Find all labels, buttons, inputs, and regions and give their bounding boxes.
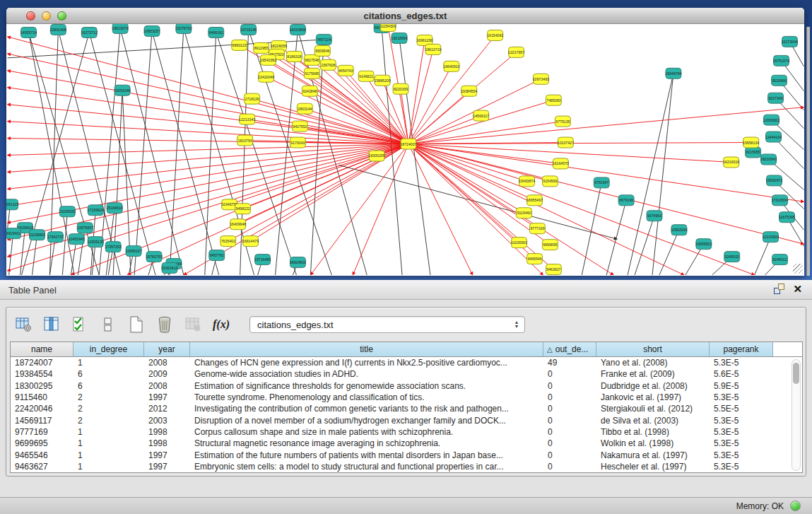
- graph-node[interactable]: 16273712: [81, 27, 98, 37]
- graph-node[interactable]: 10973493: [533, 74, 549, 84]
- table-cell[interactable]: 18300295: [11, 380, 73, 392]
- graph-node[interactable]: 9427552: [292, 121, 307, 132]
- table-cell[interactable]: Jankovic et al. (1997): [596, 392, 710, 403]
- graph-node[interactable]: 1810754: [237, 135, 253, 146]
- table-row[interactable]: 1938455462009Genome-wide association stu…: [11, 368, 802, 380]
- graph-node[interactable]: 20206535: [59, 206, 76, 217]
- graph-node[interactable]: 7625402: [220, 236, 236, 247]
- table-cell[interactable]: 5.5E-5: [710, 403, 773, 414]
- delete-table-icon[interactable]: [155, 315, 175, 334]
- select-all-icon[interactable]: [70, 315, 90, 334]
- graph-node[interactable]: 17957253: [105, 242, 122, 252]
- table-row[interactable]: 946362711997Embryonic stem cells: a mode…: [11, 461, 802, 472]
- table-cell[interactable]: Corpus callosum shape and size in male p…: [190, 426, 543, 438]
- table-cell[interactable]: 18724007: [11, 357, 73, 368]
- table-cell[interactable]: Structural magnetic resonance image aver…: [190, 438, 543, 449]
- table-cell[interactable]: 0: [543, 414, 596, 426]
- graph-node[interactable]: 16914479: [242, 236, 259, 247]
- graph-node[interactable]: 9509546: [314, 45, 330, 56]
- graph-node[interactable]: 9146821: [358, 71, 374, 81]
- column-header-name[interactable]: name: [11, 342, 73, 356]
- graph-node[interactable]: 20053346: [114, 85, 131, 95]
- column-header-pagerank[interactable]: pagerank: [710, 342, 773, 356]
- table-cell[interactable]: Estimation of significance thresholds fo…: [190, 380, 543, 392]
- table-cell[interactable]: Yano et al. (2008): [596, 357, 710, 368]
- network-view-window[interactable]: citations_edges.txt 14055724206914061627…: [6, 8, 804, 276]
- graph-node[interactable]: 8215955: [746, 147, 761, 158]
- table-cell[interactable]: 19384554: [11, 368, 73, 380]
- graph-node[interactable]: 9529966: [772, 75, 787, 86]
- graph-node[interactable]: 8679196: [618, 195, 634, 206]
- graph-node[interactable]: 22420046: [258, 71, 274, 82]
- table-cell[interactable]: 1: [73, 438, 144, 449]
- graph-node[interactable]: 9115460: [517, 208, 532, 218]
- table-vertical-scrollbar[interactable]: [792, 359, 801, 471]
- graph-node[interactable]: 18613074: [112, 24, 129, 33]
- table-cell[interactable]: 14569117: [11, 414, 73, 426]
- float-panel-icon[interactable]: [774, 284, 784, 294]
- graph-node[interactable]: 16959522: [695, 239, 712, 250]
- column-header-short[interactable]: short: [596, 342, 710, 356]
- table-cell[interactable]: 2009: [144, 368, 190, 380]
- graph-node[interactable]: 8912955: [254, 42, 269, 53]
- table-row[interactable]: 911546021997Tourette syndrome. Phenomeno…: [11, 392, 802, 403]
- table-cell[interactable]: Estimation of the future numbers of pati…: [190, 449, 543, 460]
- graph-node[interactable]: 10107427: [558, 137, 574, 148]
- graph-node[interactable]: 19384554: [461, 86, 477, 96]
- table-cell[interactable]: 5.3E-5: [710, 449, 773, 460]
- table-cell[interactable]: 9777169: [11, 426, 73, 438]
- graph-node[interactable]: 11026563: [511, 238, 527, 248]
- graph-node[interactable]: 11451945: [69, 234, 85, 245]
- column-header-title[interactable]: title: [190, 342, 543, 356]
- graph-node[interactable]: 19218596: [392, 33, 408, 43]
- graph-node[interactable]: 8454743: [338, 65, 353, 76]
- table-cell[interactable]: 2: [73, 414, 144, 426]
- graph-node[interactable]: 9463627: [546, 264, 561, 275]
- table-cell[interactable]: 5.3E-5: [710, 461, 773, 472]
- table-cell[interactable]: 2: [73, 392, 144, 403]
- graph-node[interactable]: 3915401: [6, 228, 21, 239]
- graph-node[interactable]: 8960123: [232, 40, 247, 50]
- table-cell[interactable]: 5.3E-5: [710, 426, 773, 438]
- table-cell[interactable]: 6: [73, 368, 144, 380]
- table-row[interactable]: 2242004622012Investigating the contribut…: [11, 403, 802, 414]
- graph-node[interactable]: 9175685: [304, 68, 319, 78]
- graph-node[interactable]: 18300295: [369, 151, 385, 161]
- table-cell[interactable]: 0: [543, 368, 596, 380]
- graph-node[interactable]: 9699695: [542, 240, 558, 250]
- table-cell[interactable]: 0: [543, 426, 596, 438]
- table-cell[interactable]: Embryonic stem cells: a model to study s…: [190, 461, 543, 472]
- table-cell[interactable]: 5.3E-5: [710, 414, 773, 426]
- unselect-rows-icon[interactable]: [98, 315, 118, 334]
- table-settings-icon[interactable]: [13, 315, 33, 334]
- graph-node[interactable]: 8220339: [393, 83, 408, 94]
- table-panel-header[interactable]: Table Panel ✕: [0, 280, 812, 300]
- graph-node[interactable]: 9227349: [768, 93, 784, 103]
- graph-node[interactable]: 9777169: [530, 223, 546, 234]
- graph-node[interactable]: 19051315: [6, 199, 18, 210]
- table-cell[interactable]: 9115460: [11, 392, 73, 403]
- table-cell[interactable]: 5.3E-5: [710, 357, 773, 368]
- table-cell[interactable]: 2012: [144, 403, 190, 414]
- table-cell[interactable]: 5.6E-5: [710, 368, 773, 380]
- table-row[interactable]: 969969511998Structural magnetic resonanc…: [11, 438, 802, 449]
- window-resize-grip[interactable]: [793, 264, 803, 274]
- graph-node[interactable]: 16409948: [230, 219, 246, 230]
- table-row[interactable]: 977716911998Corpus callosum shape and si…: [11, 426, 802, 438]
- function-builder-icon[interactable]: f(x): [211, 315, 231, 334]
- column-header-out_de[interactable]: △out_de...: [543, 342, 596, 356]
- table-row[interactable]: 946554611997Estimation of the future num…: [11, 449, 802, 460]
- table-row[interactable]: 1830029562008Estimation of significance …: [11, 380, 802, 392]
- graph-node[interactable]: 12444134: [765, 132, 782, 142]
- table-cell[interactable]: 0: [543, 461, 596, 472]
- table-cell[interactable]: 0: [543, 380, 596, 392]
- table-cell[interactable]: Tibbo et al. (1998): [596, 426, 710, 438]
- network-canvas[interactable]: 1405572420691406162737121861307410653257…: [6, 24, 804, 275]
- graph-node[interactable]: 16782759: [146, 252, 162, 262]
- graph-node[interactable]: 10958107: [126, 246, 142, 257]
- scrollbar-thumb[interactable]: [793, 363, 799, 384]
- graph-node[interactable]: 12093822: [763, 115, 779, 125]
- graph-node[interactable]: 15885209: [375, 75, 391, 86]
- table-cell[interactable]: 9465546: [11, 449, 73, 460]
- graph-node[interactable]: 14569117: [473, 110, 489, 121]
